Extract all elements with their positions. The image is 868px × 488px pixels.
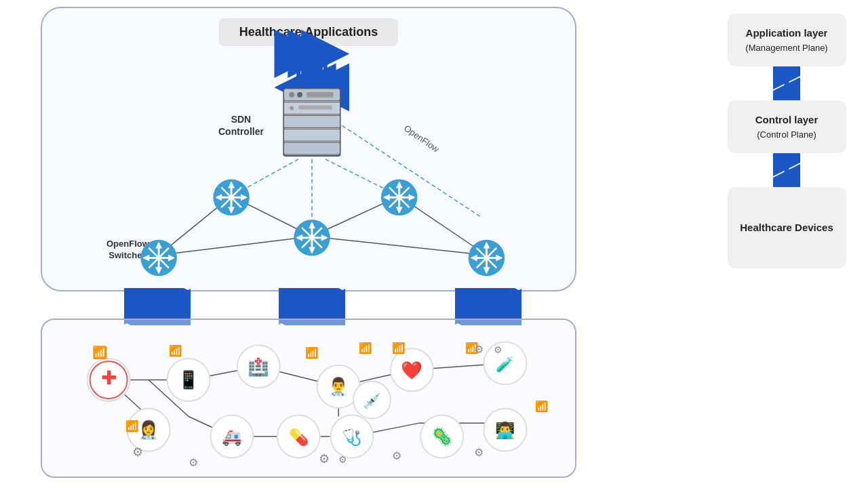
healthcare-devices-layer-box: Healthcare Devices — [728, 187, 846, 268]
svg-line-27 — [312, 237, 487, 256]
svg-line-58 — [389, 187, 410, 207]
svg-line-24 — [312, 196, 399, 236]
svg-marker-42 — [228, 182, 235, 188]
svg-text:⚙: ⚙ — [474, 447, 484, 459]
svg-text:⚙: ⚙ — [132, 446, 143, 460]
svg-marker-53 — [296, 235, 302, 241]
sdn-controller-label: SDNController — [218, 113, 264, 138]
svg-rect-11 — [283, 129, 340, 141]
svg-rect-9 — [283, 102, 340, 115]
svg-marker-44 — [215, 194, 222, 201]
control-layer-subtitle: (Control Plane) — [736, 128, 838, 142]
svg-rect-15 — [307, 92, 334, 98]
svg-text:⚙: ⚙ — [338, 455, 347, 465]
svg-line-18 — [231, 159, 298, 196]
application-layer-title: Application layer — [736, 26, 838, 41]
svg-point-46 — [294, 220, 330, 256]
svg-line-23 — [231, 196, 312, 236]
svg-line-50 — [302, 228, 322, 248]
svg-text:⚙: ⚙ — [474, 344, 484, 355]
switches-label: OpenFlowSwitches — [106, 239, 149, 262]
svg-marker-34 — [155, 267, 162, 274]
svg-rect-10 — [283, 115, 340, 127]
svg-marker-45 — [241, 194, 248, 201]
svg-rect-7 — [283, 89, 340, 156]
svg-point-64 — [469, 240, 505, 276]
svg-marker-52 — [309, 247, 315, 254]
svg-point-55 — [381, 180, 417, 216]
svg-marker-70 — [484, 267, 490, 274]
svg-line-67 — [477, 248, 497, 268]
svg-point-16 — [290, 106, 294, 110]
svg-marker-33 — [155, 242, 162, 249]
network-box: Healthcare Applications SDNController Op… — [41, 7, 576, 291]
svg-text:🏥: 🏥 — [248, 357, 269, 378]
svg-line-26 — [159, 237, 312, 256]
svg-text:💊: 💊 — [289, 428, 309, 447]
devices-box: ✚ 📱 🏥 👨‍⚕️ ❤️ 🧪 👩‍⚕️ 🚑 💊 — [41, 319, 576, 478]
svg-text:📱: 📱 — [178, 369, 199, 390]
svg-text:💉: 💉 — [363, 392, 381, 410]
svg-line-68 — [477, 248, 497, 268]
svg-marker-61 — [396, 207, 403, 214]
application-layer-box: Application layer (Management Plane) — [728, 14, 846, 66]
svg-text:📶: 📶 — [535, 400, 549, 413]
svg-marker-36 — [168, 255, 175, 262]
svg-text:👩‍⚕️: 👩‍⚕️ — [138, 420, 159, 441]
control-layer-title: Control layer — [736, 113, 838, 128]
svg-marker-54 — [321, 235, 328, 241]
svg-rect-17 — [298, 106, 332, 110]
svg-line-49 — [302, 228, 322, 248]
svg-text:🧪: 🧪 — [496, 355, 514, 373]
svg-line-32 — [149, 248, 169, 268]
svg-rect-8 — [283, 89, 340, 101]
svg-point-13 — [289, 92, 294, 98]
svg-text:🚑: 🚑 — [222, 428, 242, 447]
svg-marker-60 — [396, 182, 403, 188]
layer-arrow-2 — [773, 153, 800, 187]
healthcare-devices-title: Healthcare Devices — [740, 220, 833, 236]
svg-point-14 — [297, 92, 302, 98]
svg-text:📶: 📶 — [305, 346, 319, 359]
svg-text:📶: 📶 — [169, 344, 182, 357]
svg-text:👨‍💻: 👨‍💻 — [495, 421, 515, 440]
layer-arrow-1 — [773, 66, 800, 100]
svg-text:✚: ✚ — [101, 367, 117, 388]
svg-text:📶: 📶 — [92, 345, 108, 360]
svg-text:⚙: ⚙ — [392, 450, 401, 462]
svg-text:📶: 📶 — [125, 420, 139, 432]
svg-point-37 — [213, 180, 249, 216]
devices-network-svg: ✚ 📱 🏥 👨‍⚕️ ❤️ 🧪 👩‍⚕️ 🚑 💊 — [42, 320, 575, 476]
svg-line-22 — [159, 196, 231, 255]
main-diagram: Healthcare Applications SDNController Op… — [41, 7, 576, 481]
svg-marker-69 — [484, 242, 490, 249]
svg-line-21 — [342, 125, 480, 216]
application-layer-subtitle: (Management Plane) — [736, 41, 838, 55]
healthcare-applications-box: Healthcare Applications — [219, 18, 398, 46]
svg-text:❤️: ❤️ — [401, 360, 422, 381]
svg-marker-72 — [496, 255, 502, 262]
svg-marker-63 — [409, 194, 416, 201]
svg-text:👨‍⚕️: 👨‍⚕️ — [328, 376, 349, 397]
right-panel: Application layer (Management Plane) Con… — [726, 14, 848, 268]
svg-text:🦠: 🦠 — [431, 426, 453, 447]
svg-text:⚙: ⚙ — [494, 345, 502, 355]
control-layer-box: Control layer (Control Plane) — [728, 100, 846, 153]
svg-line-19 — [326, 159, 399, 196]
svg-marker-43 — [228, 207, 235, 214]
svg-text:⚙: ⚙ — [319, 452, 330, 466]
svg-rect-12 — [283, 142, 340, 155]
openflow-label: OpenFlow — [402, 123, 441, 154]
svg-marker-51 — [309, 222, 315, 228]
svg-line-31 — [149, 248, 169, 268]
svg-marker-71 — [471, 255, 477, 262]
svg-line-25 — [399, 196, 487, 255]
svg-text:⚙: ⚙ — [189, 457, 198, 468]
svg-line-59 — [389, 187, 410, 207]
svg-text:📶: 📶 — [359, 342, 372, 354]
svg-text:📶: 📶 — [392, 342, 406, 354]
svg-marker-62 — [383, 194, 390, 201]
svg-text:🩺: 🩺 — [342, 428, 362, 447]
svg-line-41 — [221, 187, 241, 207]
svg-line-40 — [221, 187, 241, 207]
